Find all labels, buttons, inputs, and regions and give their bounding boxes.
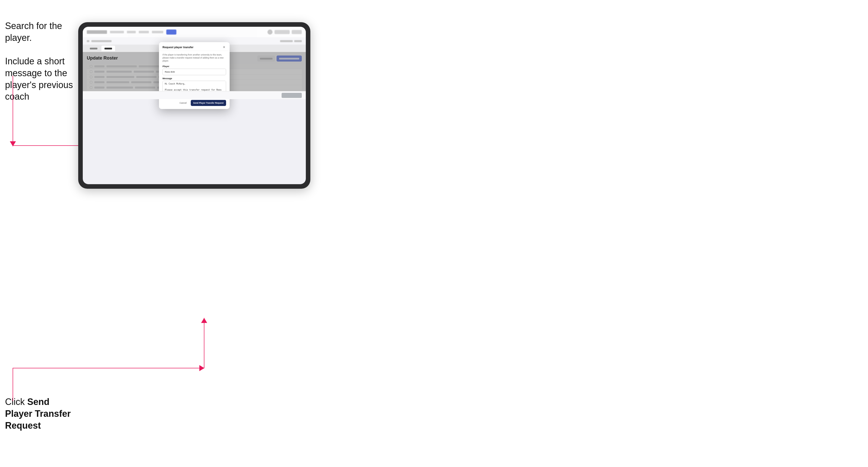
bottom-save-button[interactable] [282,93,302,98]
breadcrumb-text [91,40,112,42]
tablet-screen: Update Roster [83,27,306,184]
tablet-device: Update Roster [78,22,310,189]
tab-roster1[interactable] [87,46,100,51]
app-main: Update Roster [83,52,306,99]
app-logo [87,30,107,34]
nav-teams [127,31,136,33]
tab-roster2[interactable] [101,46,115,51]
arrow-search-vertical [12,76,13,146]
arrow-click-vertical [12,368,13,401]
arrow-click-horizontal [12,368,205,368]
app-header [83,27,306,37]
app-bottombar [83,91,306,99]
arrow-click-up [204,318,205,368]
modal-header: Request player transfer ✕ [159,42,229,51]
breadcrumb-action2 [294,40,302,42]
annotation-message: Include a short message to the player's … [5,56,76,103]
annotation-click: Click Send Player Transfer Request [5,396,76,431]
annotation-search: Search for the player. [5,20,71,44]
cancel-button[interactable]: Cancel [177,100,189,106]
header-right [268,30,302,35]
message-field-label: Message [162,77,226,80]
player-field-label: Player [162,65,226,68]
send-transfer-request-button[interactable]: Send Player Transfer Request [191,100,226,106]
modal-title: Request player transfer [162,46,193,49]
header-action-btn [275,30,290,34]
header-action-btn2 [292,30,302,34]
modal-footer: Cancel Send Player Transfer Request [159,100,229,109]
breadcrumb-action [280,40,293,42]
nav-tournaments [110,31,124,33]
player-search-input[interactable] [162,69,226,75]
nav-matches [139,31,149,33]
modal-close-button[interactable]: ✕ [222,45,226,49]
modal-description: If the player is transferring from anoth… [162,54,226,63]
user-avatar [268,30,273,35]
breadcrumb-icon [87,40,89,42]
nav-players [152,31,163,33]
nav-blog-active [166,30,176,35]
